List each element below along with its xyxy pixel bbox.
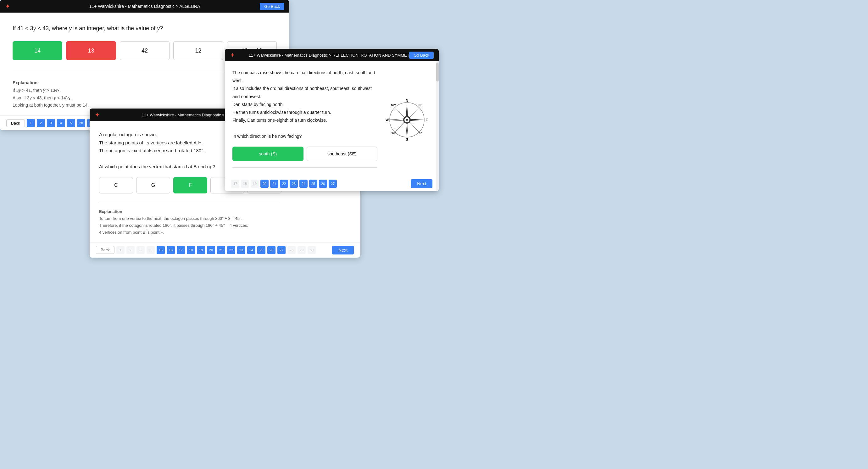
- win2-exp-line3: 4 vertices on from point B is point F.: [99, 230, 164, 234]
- win2-page-3[interactable]: 3: [136, 246, 145, 254]
- win3-options: south (S) southeast (SE): [232, 147, 377, 161]
- win2-page-1[interactable]: 1: [116, 246, 125, 254]
- win3-q-line3: Dan starts by facing north.: [232, 102, 284, 107]
- win1-explanation-line1: If 3y > 41, then y > 13⅔.: [12, 88, 61, 93]
- win3-go-back-button[interactable]: Go Back: [409, 52, 434, 59]
- win3-question: The compass rose shows the cardinal dire…: [232, 69, 377, 140]
- svg-text:E: E: [426, 118, 428, 122]
- win3-body: The compass rose shows the cardinal dire…: [225, 61, 439, 176]
- win2-page-25[interactable]: 25: [257, 246, 266, 254]
- win3-page-20[interactable]: 20: [260, 180, 269, 188]
- win3-q-line1: The compass rose shows the cardinal dire…: [232, 70, 375, 83]
- win3-divider: [232, 167, 377, 168]
- win2-page-15[interactable]: 15: [157, 246, 165, 254]
- svg-text:NE: NE: [418, 103, 422, 106]
- win2-q-line1: A regular octagon is shown.: [99, 132, 157, 137]
- win2-page-23[interactable]: 23: [237, 246, 245, 254]
- win2-page-2[interactable]: 2: [126, 246, 134, 254]
- win1-logo-icon: ✦: [5, 2, 10, 10]
- win1-header: ✦ 11+ Warwickshire - Mathematics Diagnos…: [0, 0, 289, 12]
- win3-logo-icon: ✦: [230, 51, 235, 59]
- win1-explanation-line2: Also, if 3y < 43, then y < 14⅓.: [12, 95, 72, 100]
- win1-page-3[interactable]: 3: [47, 119, 55, 127]
- win2-option-F[interactable]: F: [173, 177, 207, 193]
- win3-page-26[interactable]: 26: [319, 180, 327, 188]
- win1-title: 11+ Warwickshire - Mathematics Diagnosti…: [89, 4, 200, 9]
- win2-explanation: Explanation: To turn from one vertex to …: [99, 208, 281, 236]
- win2-next-button[interactable]: Next: [332, 246, 354, 254]
- win2-q-line4: At which point does the vertex that star…: [99, 164, 215, 169]
- win1-page-2[interactable]: 2: [37, 119, 45, 127]
- win1-page-1[interactable]: 1: [27, 119, 35, 127]
- win2-logo-icon: ✦: [95, 111, 100, 119]
- win2-exp-line2: Therefore, if the octagon is rotated 180…: [99, 223, 248, 228]
- svg-text:SE: SE: [418, 132, 422, 135]
- win3-next-button[interactable]: Next: [411, 179, 432, 188]
- win2-option-G[interactable]: G: [136, 177, 170, 193]
- win3-page-19[interactable]: 19: [251, 180, 259, 188]
- svg-point-21: [406, 119, 408, 121]
- win2-q-line2: The starting points of its vertices are …: [99, 140, 203, 145]
- svg-text:NW: NW: [391, 103, 396, 106]
- win3-page-27[interactable]: 27: [329, 180, 337, 188]
- win2-page-30[interactable]: 30: [308, 246, 316, 254]
- win2-page-17[interactable]: 17: [177, 246, 185, 254]
- svg-text:N: N: [406, 98, 408, 102]
- win2-explanation-label: Explanation:: [99, 209, 124, 214]
- win2-page-28[interactable]: 28: [287, 246, 296, 254]
- win3-left-panel: The compass rose shows the cardinal dire…: [232, 69, 377, 171]
- win3-title: 11+ Warwickshire - Mathematics Diagnosti…: [248, 53, 415, 58]
- win2-page-27[interactable]: 27: [277, 246, 285, 254]
- win1-go-back-button[interactable]: Go Back: [260, 3, 284, 10]
- win1-option-42[interactable]: 42: [120, 41, 169, 60]
- win2-page-26[interactable]: 26: [267, 246, 276, 254]
- win2-page-18[interactable]: 18: [187, 246, 195, 254]
- win3-header: ✦ 11+ Warwickshire - Mathematics Diagnos…: [225, 49, 439, 61]
- win3-option-southeast[interactable]: southeast (SE): [307, 147, 378, 161]
- win3-footer: 17 18 19 20 21 22 23 24 25 26 27 Next: [225, 176, 439, 191]
- win3-page-21[interactable]: 21: [270, 180, 278, 188]
- win3-page-22[interactable]: 22: [280, 180, 288, 188]
- win2-page-20[interactable]: 20: [207, 246, 215, 254]
- win2-back-button[interactable]: Back: [96, 246, 115, 254]
- win1-page-28[interactable]: 28: [77, 119, 85, 127]
- win3-right-panel: N S E W NE SE SW NW: [382, 69, 431, 171]
- win3-page-23[interactable]: 23: [290, 180, 298, 188]
- win3-page-18[interactable]: 18: [241, 180, 249, 188]
- win2-exp-line1: To turn from one vertex to the next, the…: [99, 216, 243, 221]
- window-compass: ✦ 11+ Warwickshire - Mathematics Diagnos…: [225, 49, 439, 191]
- win2-page-21[interactable]: 21: [217, 246, 225, 254]
- win1-back-button[interactable]: Back: [6, 119, 25, 127]
- win1-option-14[interactable]: 14: [12, 41, 62, 60]
- win2-page-24[interactable]: 24: [247, 246, 255, 254]
- win1-question: If 41 < 3y < 43, where y is an integer, …: [12, 25, 277, 32]
- win3-q-line6: In which direction is he now facing?: [232, 134, 302, 139]
- win3-option-south[interactable]: south (S): [232, 147, 304, 161]
- win1-page-5[interactable]: 5: [67, 119, 75, 127]
- win3-scroll-thumb[interactable]: [436, 63, 439, 82]
- win3-scrollbar[interactable]: [436, 61, 439, 191]
- win2-footer: Back 1 2 3 ... 15 16 17 18 19 20 21 22 2…: [90, 242, 360, 258]
- win2-page-16[interactable]: 16: [167, 246, 175, 254]
- win1-option-13[interactable]: 13: [66, 41, 116, 60]
- win3-q-line2: It also includes the ordinal directions …: [232, 86, 372, 99]
- win2-q-line3: The octagon is fixed at its centre and r…: [99, 148, 205, 153]
- win2-page-19[interactable]: 19: [197, 246, 205, 254]
- win1-page-4[interactable]: 4: [57, 119, 65, 127]
- win1-explanation-label: Explanation:: [12, 80, 39, 85]
- win3-page-17[interactable]: 17: [231, 180, 239, 188]
- svg-text:S: S: [406, 137, 408, 141]
- compass-rose-diagram: N S E W NE SE SW NW: [385, 98, 429, 142]
- win2-divider: [99, 203, 281, 203]
- win2-page-skip: ...: [147, 246, 155, 254]
- win3-q-line5: Finally, Dan turns one-eighth of a turn …: [232, 118, 327, 123]
- win2-page-29[interactable]: 29: [298, 246, 306, 254]
- win3-page-25[interactable]: 25: [309, 180, 317, 188]
- svg-text:W: W: [385, 118, 389, 122]
- win1-explanation-line3: Looking at both together, y must be 14.: [12, 102, 89, 107]
- win2-page-22[interactable]: 22: [227, 246, 235, 254]
- svg-text:SW: SW: [391, 132, 396, 135]
- win2-option-C[interactable]: C: [99, 177, 133, 193]
- win1-option-12[interactable]: 12: [173, 41, 223, 60]
- win3-page-24[interactable]: 24: [300, 180, 308, 188]
